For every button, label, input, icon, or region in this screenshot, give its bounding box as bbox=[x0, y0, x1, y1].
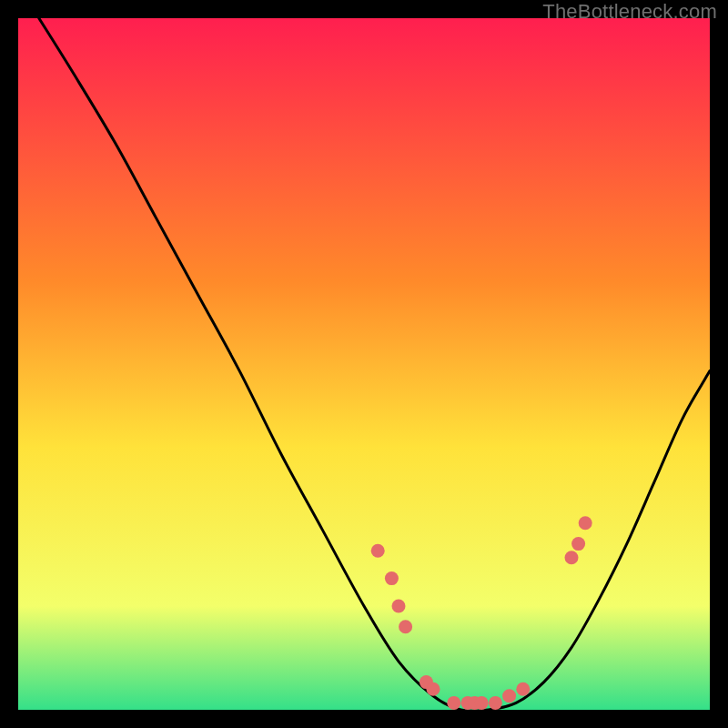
data-marker bbox=[427, 682, 440, 696]
data-marker bbox=[565, 551, 579, 564]
data-marker bbox=[579, 516, 592, 530]
data-marker bbox=[475, 696, 489, 710]
watermark-text: TheBottleneck.com bbox=[542, 0, 717, 24]
data-marker bbox=[489, 696, 502, 710]
data-marker bbox=[371, 544, 385, 558]
data-marker bbox=[571, 537, 585, 551]
data-marker bbox=[392, 600, 406, 613]
data-marker bbox=[385, 571, 399, 585]
data-marker bbox=[516, 682, 530, 696]
data-marker bbox=[447, 696, 460, 710]
data-marker bbox=[502, 689, 516, 703]
bottleneck-chart bbox=[18, 18, 710, 710]
data-marker bbox=[399, 620, 412, 633]
